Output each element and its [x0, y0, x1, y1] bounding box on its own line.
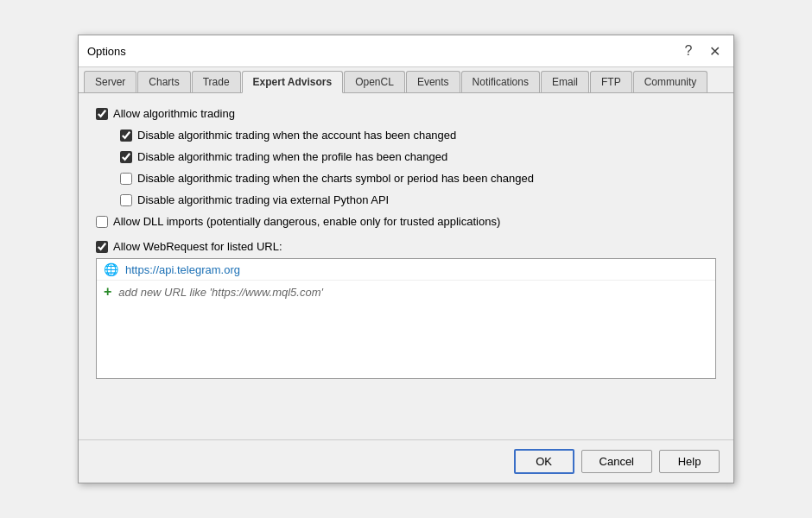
disable-python-row: Disable algorithmic trading via external… [120, 193, 716, 206]
url-item-telegram[interactable]: 🌐 https://api.telegram.org [97, 259, 715, 281]
allow-webrequest-row: Allow WebRequest for listed URL: [96, 240, 716, 253]
url-telegram-text: https://api.telegram.org [125, 263, 240, 276]
disable-profile-checkbox[interactable] [120, 151, 132, 163]
url-list: 🌐 https://api.telegram.org + add new URL… [96, 258, 716, 379]
allow-algorithmic-row: Allow algorithmic trading [96, 107, 716, 120]
webrequest-section: Allow WebRequest for listed URL: 🌐 https… [96, 240, 716, 379]
tab-email[interactable]: Email [541, 71, 589, 92]
title-bar: Options ? ✕ [79, 35, 733, 67]
allow-dll-row: Allow DLL imports (potentially dangerous… [96, 215, 716, 228]
dialog-title: Options [87, 45, 126, 58]
help-footer-button[interactable]: Help [659, 450, 720, 473]
tab-bar: Server Charts Trade Expert Advisors Open… [79, 67, 733, 93]
disable-charts-checkbox[interactable] [120, 173, 132, 185]
options-dialog: Options ? ✕ Server Charts Trade Expert A… [78, 35, 734, 483]
allow-algorithmic-text: Allow algorithmic trading [113, 107, 235, 120]
globe-icon: 🌐 [104, 262, 118, 276]
help-button[interactable]: ? [678, 41, 699, 61]
plus-icon: + [104, 284, 111, 300]
tab-charts[interactable]: Charts [137, 71, 190, 92]
tab-content-expert-advisors: Allow algorithmic trading Disable algori… [79, 93, 733, 439]
disable-account-text: Disable algorithmic trading when the acc… [137, 129, 456, 142]
allow-algorithmic-label[interactable]: Allow algorithmic trading [96, 107, 235, 120]
cancel-button[interactable]: Cancel [581, 450, 652, 473]
tab-trade[interactable]: Trade [192, 71, 241, 92]
disable-profile-text: Disable algorithmic trading when the pro… [137, 150, 447, 163]
tab-server[interactable]: Server [84, 71, 136, 92]
tab-events[interactable]: Events [406, 71, 460, 92]
tab-community[interactable]: Community [633, 71, 708, 92]
url-item-add[interactable]: + add new URL like 'https://www.mql5.com… [97, 281, 715, 303]
close-button[interactable]: ✕ [704, 41, 725, 61]
allow-algorithmic-checkbox[interactable] [96, 108, 108, 120]
disable-account-checkbox[interactable] [120, 130, 132, 142]
allow-webrequest-checkbox[interactable] [96, 241, 108, 253]
disable-charts-text: Disable algorithmic trading when the cha… [137, 172, 534, 185]
dialog-footer: OK Cancel Help [79, 439, 733, 483]
disable-account-label[interactable]: Disable algorithmic trading when the acc… [120, 129, 456, 142]
disable-charts-label[interactable]: Disable algorithmic trading when the cha… [120, 172, 534, 185]
allow-webrequest-text: Allow WebRequest for listed URL: [113, 240, 282, 253]
add-url-placeholder: add new URL like 'https://www.mql5.com' [118, 286, 323, 299]
allow-dll-text: Allow DLL imports (potentially dangerous… [113, 215, 500, 228]
disable-account-row: Disable algorithmic trading when the acc… [120, 129, 716, 142]
disable-profile-row: Disable algorithmic trading when the pro… [120, 150, 716, 163]
allow-dll-checkbox[interactable] [96, 216, 108, 228]
allow-dll-label[interactable]: Allow DLL imports (potentially dangerous… [96, 215, 500, 228]
disable-profile-label[interactable]: Disable algorithmic trading when the pro… [120, 150, 447, 163]
ok-button[interactable]: OK [514, 449, 574, 474]
disable-charts-row: Disable algorithmic trading when the cha… [120, 172, 716, 185]
tab-expert-advisors[interactable]: Expert Advisors [242, 71, 344, 93]
tab-notifications[interactable]: Notifications [461, 71, 540, 92]
tab-opencl[interactable]: OpenCL [344, 71, 405, 92]
title-actions: ? ✕ [678, 41, 725, 61]
tab-ftp[interactable]: FTP [590, 71, 632, 92]
allow-webrequest-label[interactable]: Allow WebRequest for listed URL: [96, 240, 282, 253]
disable-python-text: Disable algorithmic trading via external… [137, 193, 389, 206]
title-bar-left: Options [87, 45, 126, 58]
disable-python-label[interactable]: Disable algorithmic trading via external… [120, 193, 389, 206]
disable-python-checkbox[interactable] [120, 194, 132, 206]
